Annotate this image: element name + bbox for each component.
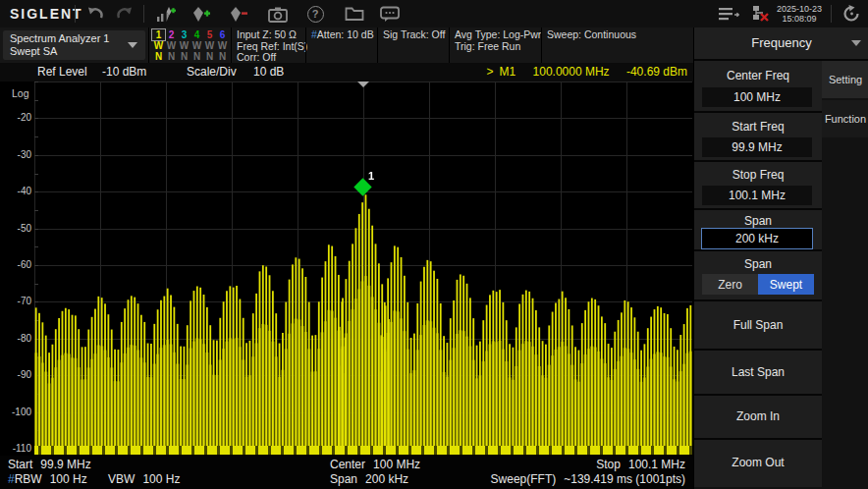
center-freq-button[interactable]: Center Freq 100 MHz bbox=[694, 61, 822, 113]
trace-flag[interactable]: 6 bbox=[216, 29, 229, 40]
trace-flag[interactable]: N bbox=[216, 51, 229, 62]
date-text: 2025-10-23 bbox=[772, 4, 827, 14]
divider bbox=[143, 5, 144, 23]
sig-track: Sig Track: Off bbox=[383, 29, 445, 41]
file-folder-icon[interactable] bbox=[344, 4, 365, 24]
frequency-menu-panel: Frequency Setting Function Center Freq 1… bbox=[693, 27, 868, 489]
marker-freq: 100.0000 MHz bbox=[533, 65, 610, 79]
trace-flag[interactable]: N bbox=[203, 51, 216, 62]
y-axis-scale-type: Log bbox=[12, 87, 29, 99]
restart-sweep-icon[interactable] bbox=[841, 4, 862, 24]
sweep-column[interactable]: Sweep: Continuous bbox=[547, 29, 636, 41]
y-tick-label: -40 bbox=[0, 186, 31, 196]
span-swept-option[interactable]: Swept bbox=[758, 274, 814, 295]
y-tick-label: -30 bbox=[0, 149, 31, 160]
trace-flag[interactable]: W bbox=[203, 40, 216, 51]
stop-freq-button[interactable]: Stop Freq 100.1 MHz bbox=[694, 162, 822, 210]
full-span-button[interactable]: Full Span bbox=[694, 301, 822, 351]
trace-flag[interactable]: 2 bbox=[165, 29, 178, 40]
span-zero-option[interactable]: Zero bbox=[702, 274, 758, 295]
trace-flag[interactable]: 4 bbox=[190, 29, 203, 40]
stop-freq-value[interactable]: 100.1 MHz bbox=[702, 186, 812, 205]
span-label: Span bbox=[330, 472, 357, 486]
divider bbox=[831, 5, 832, 23]
vbw-value: 100 Hz bbox=[142, 472, 180, 486]
trace-flag[interactable]: W bbox=[165, 40, 178, 51]
trace-flag[interactable]: N bbox=[178, 51, 190, 62]
sig-track-column[interactable]: Sig Track: Off bbox=[383, 29, 445, 41]
zoom-out-button[interactable]: Zoom Out bbox=[694, 440, 822, 487]
last-span-button[interactable]: Last Span bbox=[694, 351, 822, 396]
marker-delete-icon[interactable] bbox=[228, 4, 249, 24]
divider bbox=[231, 27, 232, 63]
scale-div-value[interactable]: 10 dB bbox=[253, 65, 284, 79]
stop-value: 100.1 MHz bbox=[628, 458, 685, 471]
avg-trig-column[interactable]: Avg Type: Log-Pwr Trig: Free Run bbox=[455, 29, 541, 52]
start-freq-value[interactable]: 99.9 MHz bbox=[702, 137, 812, 157]
trace-flag[interactable]: 5 bbox=[203, 29, 216, 40]
marker-amp: -40.69 dBm bbox=[626, 65, 687, 79]
menu-list-icon[interactable] bbox=[718, 4, 739, 24]
trace-flag[interactable]: 1 bbox=[152, 29, 165, 40]
message-console-icon[interactable] bbox=[379, 4, 401, 24]
stop-label: Stop bbox=[596, 458, 621, 471]
screenshot-camera-icon[interactable] bbox=[267, 4, 289, 24]
menu-header[interactable]: Frequency bbox=[694, 27, 868, 61]
spectrum-analyzer-screen: SIGLENT ? bbox=[0, 0, 868, 489]
divider bbox=[75, 5, 76, 23]
footer-annotation: Start99.9 MHz Center100 MHz Stop100.1 MH… bbox=[0, 456, 693, 489]
stop-freq-annotation: Stop100.1 MHz bbox=[596, 458, 685, 471]
title-bar: SIGLENT ? bbox=[0, 0, 868, 28]
trace-flag[interactable]: N bbox=[190, 51, 203, 62]
help-icon[interactable]: ? bbox=[306, 4, 324, 24]
trace-flag[interactable]: W bbox=[152, 40, 165, 51]
peak-search-add-icon[interactable] bbox=[155, 4, 177, 24]
sweep-label: Sweep(FFT) bbox=[491, 472, 557, 486]
zoom-in-button[interactable]: Zoom In bbox=[694, 396, 822, 440]
tab-function[interactable]: Function bbox=[822, 100, 868, 137]
span-annotation: Span200 kHz bbox=[330, 472, 408, 486]
center-label: Center bbox=[330, 458, 365, 471]
center-freq-value[interactable]: 100 MHz bbox=[702, 87, 812, 107]
chevron-down-icon bbox=[128, 42, 137, 48]
marker-name: M1 bbox=[500, 65, 516, 79]
center-freq-indicator-icon bbox=[357, 82, 369, 87]
marker-add-icon[interactable] bbox=[190, 4, 212, 24]
divider bbox=[305, 27, 306, 63]
lan-disconnected-icon[interactable] bbox=[750, 4, 772, 24]
scale-div-label[interactable]: Scale/Div bbox=[187, 65, 237, 79]
trace-flag[interactable]: N bbox=[152, 51, 165, 62]
redo-icon[interactable] bbox=[114, 4, 136, 24]
marker-prefix: > bbox=[487, 65, 494, 79]
y-tick-label: -80 bbox=[0, 333, 31, 344]
sweep-annotation: Sweep(FFT)~139.419 ms (1001pts) bbox=[491, 472, 685, 486]
siglent-logo: SIGLENT bbox=[10, 6, 83, 22]
input-settings-column[interactable]: Input Z: 50 Ω Freq Ref: Int(S) Corr: Off bbox=[237, 29, 307, 64]
tab-setting[interactable]: Setting bbox=[822, 61, 868, 98]
y-tick-label: -100 bbox=[0, 407, 31, 417]
atten-column[interactable]: #Atten: 10 dB bbox=[311, 29, 374, 41]
ref-level-value[interactable]: -10 dBm bbox=[102, 65, 146, 79]
span-button[interactable]: Span 200 kHz bbox=[694, 210, 822, 251]
divider bbox=[148, 27, 149, 63]
trace-flag[interactable]: W bbox=[216, 40, 229, 51]
trace-flag[interactable]: N bbox=[165, 51, 178, 62]
start-freq-button[interactable]: Start Freq 99.9 MHz bbox=[694, 113, 822, 162]
ref-level-label[interactable]: Ref Level bbox=[37, 65, 87, 79]
y-tick-label: -50 bbox=[0, 223, 31, 234]
start-label: Start bbox=[8, 458, 32, 471]
trace-flag[interactable]: W bbox=[178, 40, 190, 51]
analyzer-mode-selector[interactable]: Spectrum Analyzer 1 Swept SA bbox=[3, 30, 145, 60]
trace-status-grid[interactable]: 123456WWWWWWNNNNNN bbox=[152, 29, 229, 62]
spectrum-trace-canvas bbox=[34, 82, 692, 455]
trace-flag[interactable]: 3 bbox=[178, 29, 190, 40]
spectrum-display: Log -20-30-40-50-60-70-80-90-100-110 1 bbox=[0, 82, 693, 456]
rbw-value: 100 Hz bbox=[50, 472, 87, 486]
input-z: Input Z: 50 Ω bbox=[237, 29, 307, 41]
avg-type: Avg Type: Log-Pwr bbox=[455, 29, 541, 41]
span-value-selected[interactable]: 200 kHz bbox=[701, 228, 813, 249]
undo-icon[interactable] bbox=[84, 4, 106, 24]
divider bbox=[449, 27, 450, 63]
datetime[interactable]: 2025-10-23 15:08:09 bbox=[772, 4, 827, 24]
trace-flag[interactable]: W bbox=[190, 40, 203, 51]
